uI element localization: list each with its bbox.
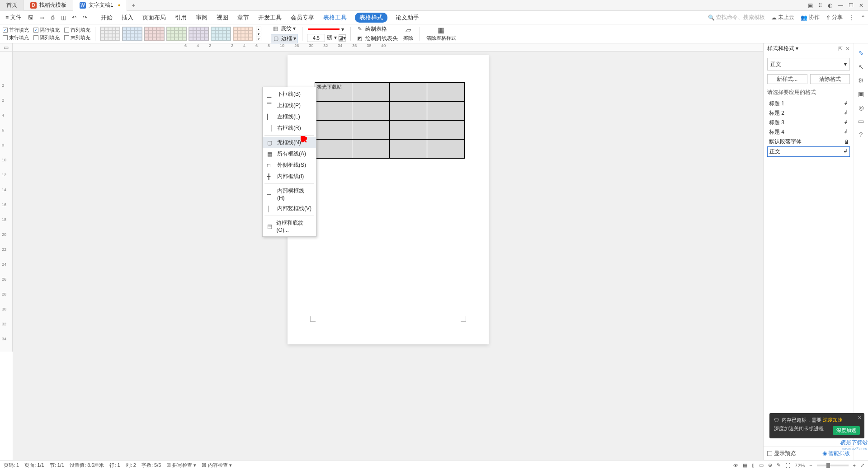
table-cell[interactable]: 极光下载站	[315, 83, 352, 102]
apps-icon[interactable]: ⠿	[818, 2, 822, 9]
status-page-count[interactable]: 页面: 1/1	[24, 462, 44, 469]
border-dropdown[interactable]: ▢边框 ▾	[271, 34, 297, 43]
rb-target-icon[interactable]: ◎	[859, 104, 864, 111]
ribbon-tab-tabletools[interactable]: 表格工具	[322, 13, 348, 23]
share-button[interactable]: ⇪ 分享	[826, 14, 843, 21]
chk-first-row[interactable]: ✓首行填充	[3, 27, 29, 33]
file-menu[interactable]: ≡ 文件	[3, 13, 24, 22]
style-item-h2[interactable]: 标题 2↲	[767, 108, 850, 118]
status-row[interactable]: 行: 1	[109, 462, 120, 469]
show-preview-checkbox[interactable]	[767, 451, 772, 456]
table-cell[interactable]	[390, 83, 427, 102]
menu-top-border[interactable]: ▔上框线(P)	[263, 100, 316, 111]
ribbon-tab-layout[interactable]: 页面布局	[142, 13, 167, 23]
draw-diagonal-button[interactable]: ◩绘制斜线表头	[355, 34, 399, 43]
panel-close-icon[interactable]: ✕	[845, 46, 850, 52]
print-icon[interactable]: ⎙	[48, 14, 57, 22]
style-item-body[interactable]: 正文↲	[767, 146, 850, 157]
table-cell[interactable]	[315, 102, 352, 121]
gallery-up-icon[interactable]: ▴	[256, 27, 261, 31]
ribbon-tab-section[interactable]: 章节	[236, 13, 250, 23]
status-page-num[interactable]: 页码: 1	[4, 462, 19, 469]
border-color-line[interactable]: ▾	[307, 26, 345, 33]
ribbon-tab-insert[interactable]: 插入	[121, 13, 134, 23]
rb-book-icon[interactable]: ▭	[858, 118, 864, 125]
table-style-teal[interactable]	[211, 27, 231, 41]
document-table[interactable]: 极光下载站	[315, 82, 465, 159]
more-icon[interactable]: ⋮	[849, 14, 854, 21]
menu-right-border[interactable]: ▕右框线(R)	[263, 122, 316, 134]
table-cell[interactable]	[390, 140, 427, 159]
view-eye-icon[interactable]: 👁	[733, 463, 738, 468]
style-panel-title[interactable]: 样式和格式 ▾	[767, 45, 798, 52]
toast-close-icon[interactable]: ✕	[858, 415, 862, 421]
table-cell[interactable]	[315, 140, 352, 159]
status-section[interactable]: 节: 1/1	[50, 462, 64, 469]
view-outline-icon[interactable]: ⊕	[768, 462, 772, 468]
rb-help-icon[interactable]: ?	[859, 131, 863, 138]
new-style-button[interactable]: 新样式...	[767, 74, 807, 84]
user-icon[interactable]: ◐	[828, 2, 832, 9]
rb-style-icon[interactable]: ✎	[859, 50, 864, 57]
maximize-icon[interactable]: ☐	[849, 2, 854, 9]
table-style-red[interactable]	[144, 27, 165, 41]
menu-all-border[interactable]: ▦所有框线(A)	[263, 148, 316, 160]
shading-dropdown[interactable]: ▦底纹 ▾	[271, 24, 297, 33]
chk-last-row[interactable]: 末行填充	[3, 34, 29, 41]
chk-banded-row[interactable]: ✓隔行填充	[33, 27, 60, 33]
undo-icon[interactable]: ↶	[70, 14, 78, 22]
ribbon-tab-tablestyle[interactable]: 表格样式	[355, 13, 387, 23]
print-preview-icon[interactable]: ▭	[38, 14, 46, 22]
status-col[interactable]: 列: 2	[126, 462, 136, 469]
view-web-icon[interactable]: ▭	[759, 462, 764, 468]
ruler-corner[interactable]: ▭	[0, 43, 13, 52]
status-spellcheck[interactable]: ☒ 拼写检查 ▾	[166, 462, 196, 469]
ribbon-tab-review[interactable]: 审阅	[195, 13, 208, 23]
table-cell[interactable]	[427, 121, 464, 140]
close-icon[interactable]: ✕	[859, 2, 863, 9]
style-item-h3[interactable]: 标题 3↲	[767, 118, 850, 127]
table-cell[interactable]	[352, 83, 390, 102]
redo-icon[interactable]: ↷	[81, 14, 89, 22]
border-width-input[interactable]: 4.5	[307, 34, 325, 42]
tab-template[interactable]: D 找稻壳模板	[24, 0, 73, 11]
chk-first-col[interactable]: 首列填充	[64, 27, 90, 33]
status-wordcount[interactable]: 字数: 5/5	[142, 462, 161, 469]
ribbon-tab-view[interactable]: 视图	[216, 13, 229, 23]
table-cell[interactable]	[352, 102, 390, 121]
table-style-orange[interactable]	[233, 27, 253, 41]
tab-add-button[interactable]: +	[127, 2, 140, 9]
save-icon[interactable]: 🖫	[27, 14, 35, 22]
ribbon-tab-dev[interactable]: 开发工具	[257, 13, 283, 23]
zoom-in-icon[interactable]: +	[853, 463, 856, 468]
gallery-more-icon[interactable]: ▿	[256, 37, 261, 41]
border-color-dropdown[interactable]: ◪▾	[339, 34, 346, 42]
preview-icon[interactable]: ◫	[59, 14, 67, 22]
table-cell[interactable]	[427, 102, 464, 121]
table-style-gray[interactable]	[100, 27, 120, 41]
coop-button[interactable]: 👥 协作	[801, 14, 820, 21]
style-item-default-font[interactable]: 默认段落字体a	[767, 137, 850, 146]
ribbon-tab-start[interactable]: 开始	[100, 13, 113, 23]
menu-borders-shading[interactable]: ▤边框和底纹(O)...	[263, 217, 316, 235]
table-cell[interactable]	[352, 121, 390, 140]
menu-inside-border[interactable]: ╋内部框线(I)	[263, 171, 316, 182]
zoom-fit-icon[interactable]: ⛶	[785, 463, 790, 468]
table-cell[interactable]	[352, 140, 390, 159]
eraser-button[interactable]: ▱擦除	[401, 26, 415, 42]
chk-banded-col[interactable]: 隔列填充	[33, 34, 60, 41]
menu-outside-border[interactable]: □外侧框线(S)	[263, 160, 316, 171]
table-cell[interactable]	[427, 83, 464, 102]
chk-last-col[interactable]: 末列填充	[64, 34, 90, 41]
table-style-purple[interactable]	[189, 27, 209, 41]
rb-layers-icon[interactable]: ▣	[858, 90, 864, 98]
toast-action-button[interactable]: 深度加速	[833, 426, 860, 435]
collapse-ribbon-icon[interactable]: ⌃	[861, 14, 865, 21]
menu-bottom-border[interactable]: ▁下框线(B)	[263, 89, 316, 100]
draw-table-button[interactable]: ✎绘制表格	[355, 25, 399, 33]
tab-home[interactable]: 首页	[0, 0, 24, 11]
clear-style-button[interactable]: ▦清除表格样式	[425, 26, 458, 42]
minimize-icon[interactable]: —	[838, 2, 843, 9]
zoom-slider[interactable]	[817, 465, 849, 466]
menu-no-border[interactable]: ▢无框线(N)	[263, 137, 316, 148]
